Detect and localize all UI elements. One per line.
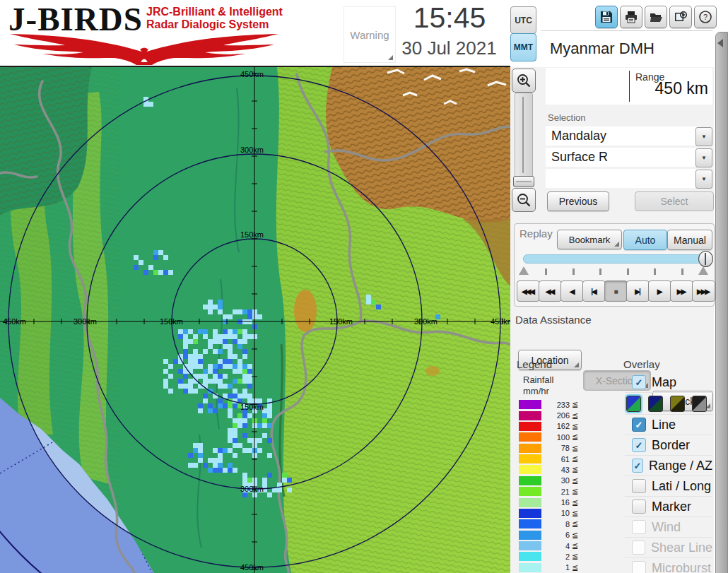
overlay-item-map[interactable]: ✓Map: [625, 372, 712, 393]
radar-map[interactable]: 450km 300km 150km 150km 300km 450km 450k…: [0, 67, 510, 573]
overlay-label: Map: [652, 375, 676, 390]
add-image-button[interactable]: [669, 6, 692, 28]
legend-value: 61: [546, 455, 570, 463]
svg-text:450km: 450km: [491, 317, 510, 326]
legend-value: 78: [546, 444, 570, 452]
option-dropdown-arrow[interactable]: ▼: [695, 170, 712, 189]
map-style-swatch[interactable]: [626, 396, 641, 412]
overlay-item-wind[interactable]: Wind: [625, 517, 712, 538]
legend-color-swatch: [519, 498, 541, 507]
app-tagline-1: JRC-Brilliant & Intelligent: [146, 6, 283, 18]
legend-entry: 6≦: [519, 530, 611, 540]
overlay-item-shear-line[interactable]: Shear Line: [625, 538, 712, 558]
mmt-button[interactable]: MMT: [510, 33, 536, 61]
bookmark-button[interactable]: Bookmark: [557, 230, 622, 249]
overlay-item-line[interactable]: ✓Line: [625, 415, 712, 435]
stop-button[interactable]: ■: [604, 280, 628, 302]
slider-end-marker[interactable]: [698, 266, 708, 275]
legend-operator: ≦: [572, 498, 578, 507]
site-dropdown[interactable]: Mandalay: [546, 126, 700, 146]
legend-rainfall-label: Rainfall: [523, 374, 553, 386]
select-button[interactable]: Select: [635, 191, 714, 211]
legend-entry: 30≦: [519, 475, 611, 486]
legend-color-swatch: [519, 444, 541, 453]
legend-entry: 206≦: [519, 410, 611, 420]
panel-collapse-strip[interactable]: [715, 32, 728, 573]
legend-operator: ≦: [572, 487, 578, 496]
product-dropdown-arrow[interactable]: ▼: [695, 148, 712, 167]
legend-value: 30: [546, 476, 570, 485]
warning-label: Warning: [350, 29, 389, 41]
legend-entry: 1≦: [519, 562, 611, 573]
auto-button[interactable]: Auto: [623, 230, 667, 250]
step-back-button[interactable]: |◀: [582, 280, 606, 302]
svg-text:450km: 450km: [240, 563, 264, 572]
legend-color-swatch: [519, 422, 541, 431]
legend-color-swatch: [519, 432, 541, 442]
legend-value: 2: [546, 553, 570, 561]
step-forward-button[interactable]: ▶|: [626, 280, 650, 302]
overlay-item-marker[interactable]: Marker: [625, 497, 712, 517]
legend-scale: 233≦206≦162≦100≦78≦61≦43≦30≦21≦16≦10≦8≦6…: [519, 399, 611, 573]
checkbox-icon[interactable]: [632, 520, 646, 534]
open-folder-button[interactable]: [645, 6, 667, 28]
legend-value: 206: [546, 411, 570, 420]
manual-button[interactable]: Manual: [667, 230, 712, 250]
map-style-swatch[interactable]: [648, 396, 663, 412]
map-style-swatch[interactable]: [692, 396, 707, 412]
legend-value: 4: [546, 542, 570, 550]
play-reverse-button[interactable]: ◀: [560, 280, 584, 302]
zoom-in-button[interactable]: [512, 69, 536, 93]
option-dropdown[interactable]: [546, 169, 700, 188]
overlay-item-border[interactable]: ✓Border: [625, 435, 712, 456]
legend-operator: ≦: [572, 400, 578, 409]
legend-color-swatch: [519, 454, 541, 463]
checkbox-icon[interactable]: [632, 500, 646, 514]
save-button[interactable]: [595, 6, 618, 28]
zoom-out-button[interactable]: [512, 188, 536, 212]
svg-text:450km: 450km: [3, 317, 26, 326]
slider-start-marker[interactable]: [519, 266, 529, 275]
zoom-slider-track[interactable]: [515, 93, 533, 187]
zoom-slider-handle[interactable]: [513, 176, 534, 187]
rewind-button[interactable]: ◀◀: [539, 280, 562, 302]
checkbox-icon[interactable]: ✓: [632, 438, 646, 452]
legend-color-swatch: [519, 400, 541, 409]
print-button[interactable]: [620, 6, 642, 28]
checkbox-icon[interactable]: [632, 540, 645, 555]
legend-operator: ≦: [572, 509, 578, 518]
replay-slider-handle[interactable]: [698, 251, 713, 267]
checkbox-icon[interactable]: ✓: [632, 459, 643, 473]
previous-button[interactable]: Previous: [547, 191, 609, 211]
clock-time: 15:45: [393, 1, 506, 37]
overlay-label: Wind: [652, 520, 681, 535]
site-dropdown-arrow[interactable]: ▼: [695, 127, 712, 146]
forward-fast-button[interactable]: ▶▶▶: [692, 280, 715, 302]
svg-text:300km: 300km: [74, 317, 97, 326]
legend-color-swatch: [519, 487, 541, 496]
overlay-item-range-az[interactable]: ✓Range / AZ: [625, 456, 712, 476]
help-button[interactable]: ?: [694, 6, 717, 28]
overlay-item-lati-long[interactable]: Lati / Long: [625, 476, 712, 497]
svg-text:150km: 150km: [329, 317, 353, 326]
checkbox-icon[interactable]: [632, 479, 646, 493]
help-icon: ?: [698, 10, 712, 24]
svg-text:150km: 150km: [240, 403, 264, 411]
replay-slider-track[interactable]: [523, 254, 708, 264]
product-dropdown[interactable]: Surface R: [546, 148, 700, 167]
legend-color-swatch: [519, 519, 541, 528]
legend-color-swatch: [519, 552, 541, 561]
play-button[interactable]: ▶: [648, 280, 671, 302]
overlay-item-microburst[interactable]: Microburst: [625, 558, 712, 573]
legend-value: 10: [546, 509, 570, 517]
checkbox-icon[interactable]: [632, 561, 646, 573]
legend-value: 8: [546, 520, 570, 528]
checkbox-icon[interactable]: ✓: [632, 375, 646, 389]
utc-button[interactable]: UTC: [510, 6, 536, 34]
legend-entry: 8≦: [519, 519, 611, 529]
rewind-fast-button[interactable]: ◀◀◀: [517, 280, 540, 302]
overlay-title: Overlay: [623, 358, 660, 370]
map-style-swatch[interactable]: [670, 396, 685, 412]
forward-button[interactable]: ▶▶: [670, 280, 693, 302]
checkbox-icon[interactable]: ✓: [632, 418, 646, 432]
